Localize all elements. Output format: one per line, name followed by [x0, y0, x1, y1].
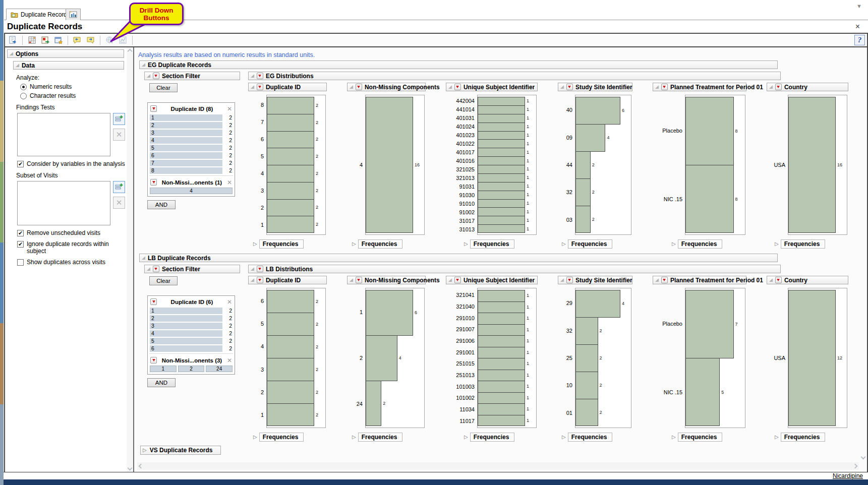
histogram-bar[interactable]: [267, 131, 314, 149]
expand-triangle-icon[interactable]: ▷: [143, 448, 147, 453]
scroll-up-icon[interactable]: [128, 49, 133, 54]
collapse-triangle-icon[interactable]: ◢: [142, 256, 145, 260]
add-tests-button[interactable]: [113, 113, 125, 125]
red-triangle-menu-button[interactable]: [454, 84, 461, 90]
collapse-triangle-icon[interactable]: ◢: [560, 278, 564, 282]
collapse-triangle-icon[interactable]: ◢: [655, 278, 659, 282]
options-header[interactable]: ◢ Options: [7, 49, 124, 58]
histogram-bar[interactable]: [478, 403, 525, 415]
histogram-bar[interactable]: [478, 139, 525, 148]
data-table-icon[interactable]: [26, 35, 38, 46]
histogram-header[interactable]: ◢Duplicate ID: [248, 276, 327, 284]
histogram-header[interactable]: ◢Duplicate ID: [248, 83, 327, 91]
histogram-bar[interactable]: [788, 97, 836, 233]
expand-triangle-icon[interactable]: ▷: [672, 241, 676, 247]
remove-visits-button[interactable]: ✕: [113, 197, 125, 209]
histogram-bar[interactable]: [366, 290, 413, 336]
filter-row[interactable]: 62: [150, 345, 233, 352]
section-filter-header[interactable]: ◢Section Filter: [144, 265, 240, 273]
frequencies-header[interactable]: ▷Frequencies: [672, 433, 746, 442]
red-triangle-menu-button[interactable]: [257, 277, 263, 283]
histogram-bar[interactable]: [575, 317, 598, 345]
histogram-bar[interactable]: [478, 324, 525, 336]
histogram-bar[interactable]: [267, 403, 314, 426]
red-triangle-menu-button[interactable]: [661, 277, 668, 283]
filter-row[interactable]: 52: [150, 145, 233, 151]
histogram-header[interactable]: ◢Country: [767, 83, 848, 91]
close-icon[interactable]: ✕: [227, 298, 232, 306]
histogram-header[interactable]: ◢Study Site Identifier: [558, 83, 632, 91]
histogram-bar[interactable]: [478, 290, 525, 302]
histogram-header[interactable]: ◢Country: [767, 276, 848, 284]
histogram-bar[interactable]: [267, 381, 314, 404]
collapse-triangle-icon[interactable]: ◢: [16, 63, 19, 68]
histogram-bar[interactable]: [267, 290, 314, 313]
collapse-triangle-icon[interactable]: ◢: [251, 74, 254, 78]
distributions-header[interactable]: ◢EG Distributions: [248, 72, 781, 80]
frequencies-header[interactable]: ▷Frequencies: [464, 239, 538, 249]
expand-triangle-icon[interactable]: ▷: [253, 435, 257, 440]
collapse-triangle-icon[interactable]: ◢: [147, 267, 150, 271]
histogram-header[interactable]: ◢Planned Treatment for Period 01: [653, 276, 746, 284]
histogram-header[interactable]: ◢Non-Missing Components: [347, 83, 426, 91]
red-triangle-menu-button[interactable]: [566, 277, 573, 283]
filter-segment[interactable]: 2: [178, 366, 205, 372]
red-triangle-menu-button[interactable]: [150, 298, 157, 305]
options-scrollbar[interactable]: [127, 47, 133, 472]
histogram-bar[interactable]: [478, 207, 525, 216]
filter-row[interactable]: 32: [150, 130, 233, 136]
annotation-back-icon[interactable]: [72, 35, 83, 46]
filter-row[interactable]: 52: [150, 338, 233, 344]
red-triangle-menu-button[interactable]: [775, 84, 782, 90]
section-header[interactable]: ◢EG Duplicate Records: [139, 60, 778, 69]
histogram-bar[interactable]: [575, 372, 598, 399]
histogram-bar[interactable]: [478, 165, 525, 174]
data-header[interactable]: ◢ Data: [13, 61, 124, 70]
histogram-bar[interactable]: [575, 178, 591, 206]
filter-row[interactable]: 42: [150, 330, 233, 337]
collapse-triangle-icon[interactable]: ◢: [251, 85, 254, 89]
expand-triangle-icon[interactable]: ▷: [464, 241, 468, 247]
section-filter-header[interactable]: ◢Section Filter: [144, 72, 240, 80]
filter-row[interactable]: 12: [150, 308, 233, 314]
histogram-header[interactable]: ◢Planned Treatment for Period 01: [653, 83, 746, 91]
scroll-left-icon[interactable]: [139, 464, 144, 469]
histogram-bar[interactable]: [478, 182, 525, 191]
histogram-bar[interactable]: [575, 151, 591, 179]
histogram-bar[interactable]: [478, 156, 525, 165]
scroll-right-icon[interactable]: [853, 464, 858, 469]
red-triangle-menu-button[interactable]: [566, 84, 573, 90]
histogram-bar[interactable]: [478, 105, 525, 114]
distributions-header[interactable]: ◢LB Distributions: [248, 265, 781, 273]
histogram-bar[interactable]: [267, 165, 314, 183]
red-triangle-menu-button[interactable]: [257, 73, 263, 79]
filter-segment[interactable]: 4: [150, 188, 233, 194]
histogram-bar[interactable]: [267, 182, 314, 200]
frequencies-header[interactable]: ▷Frequencies: [672, 239, 746, 249]
histogram-bar[interactable]: [478, 301, 525, 314]
frequencies-header[interactable]: ▷Frequencies: [352, 433, 426, 442]
close-icon[interactable]: ✕: [227, 179, 232, 186]
subset-of-visits-listbox[interactable]: [17, 181, 110, 225]
frequencies-header[interactable]: ▷Frequencies: [352, 239, 426, 249]
histogram-bar[interactable]: [478, 347, 525, 359]
histogram-bar[interactable]: [478, 415, 525, 427]
histogram-bar[interactable]: [267, 358, 314, 381]
histogram-bar[interactable]: [575, 124, 605, 152]
histogram-header[interactable]: ◢Non-Missing Components: [347, 276, 426, 284]
report-scroll-down-icon[interactable]: [861, 455, 866, 460]
and-button[interactable]: AND: [147, 378, 176, 387]
radio-button[interactable]: [20, 93, 27, 99]
histogram-bar[interactable]: [685, 358, 720, 426]
collapse-triangle-icon[interactable]: ◢: [251, 267, 254, 271]
expand-triangle-icon[interactable]: ▷: [775, 241, 779, 247]
frequencies-header[interactable]: ▷Frequencies: [775, 239, 848, 249]
filter-row[interactable]: 22: [150, 315, 233, 322]
expand-triangle-icon[interactable]: ▷: [352, 241, 356, 247]
annotation-forward-icon[interactable]: [85, 35, 96, 46]
frequencies-header[interactable]: ▷Frequencies: [253, 239, 327, 249]
expand-triangle-icon[interactable]: ▷: [253, 241, 257, 247]
histogram-bar[interactable]: [267, 335, 314, 358]
checkbox[interactable]: [17, 259, 24, 266]
histogram-bar[interactable]: [478, 114, 525, 123]
